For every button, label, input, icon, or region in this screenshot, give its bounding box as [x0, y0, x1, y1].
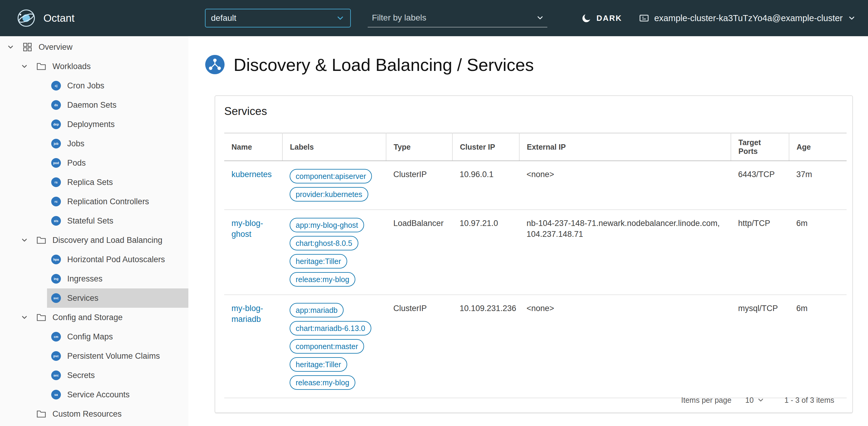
octant-logo-icon	[17, 9, 36, 27]
discovery-load-balancing-icon	[205, 54, 225, 75]
column-header-name: Name	[224, 133, 282, 161]
sidebar-item-deployments[interactable]: dep Deployments	[0, 115, 188, 134]
sidebar-item-secrets[interactable]: sec Secrets	[0, 366, 188, 385]
table-header-row: Name Labels Type Cluster IP External IP …	[224, 133, 846, 161]
sidebar-item-replica-sets[interactable]: rs Replica Sets	[0, 173, 188, 192]
sidebar-item-config-maps[interactable]: cm Config Maps	[0, 327, 188, 346]
sidebar-item-overview[interactable]: Overview	[0, 37, 188, 57]
type-cell: LoadBalancer	[386, 210, 453, 295]
namespace-value: default	[211, 13, 236, 23]
sidebar-section-label: Config and Storage	[53, 313, 123, 322]
sidebar-item-cron-jobs[interactable]: cj Cron Jobs	[0, 76, 188, 95]
sidebar-item-label: Overview	[38, 42, 73, 52]
chevron-down-icon[interactable]	[7, 43, 14, 51]
label-pill[interactable]: release:my-blog	[290, 272, 355, 287]
column-header-labels: Labels	[282, 133, 386, 161]
table-row: my-blog-mariadb app:mariadb chart:mariad…	[224, 295, 846, 398]
deployments-icon: dep	[51, 119, 61, 130]
folder-icon	[36, 409, 46, 419]
label-pill[interactable]: heritage:Tiller	[290, 357, 347, 372]
sidebar-item-label: Replication Controllers	[67, 197, 149, 206]
age-cell: 37m	[789, 161, 846, 210]
dark-mode-toggle[interactable]: DARK	[581, 0, 622, 36]
label-pill[interactable]: component:apiserver	[290, 169, 372, 183]
label-pill[interactable]: app:mariadb	[290, 303, 344, 317]
table-row: my-blog-ghost app:my-blog-ghost chart:gh…	[224, 210, 846, 295]
age-cell: 6m	[789, 210, 846, 295]
service-link[interactable]: kubernetes	[231, 170, 272, 179]
sidebar-item-replication-controllers[interactable]: rc Replication Controllers	[0, 192, 188, 211]
sidebar-section-workloads[interactable]: Workloads	[0, 57, 188, 76]
svg-text:pod: pod	[53, 162, 59, 165]
chevron-down-icon[interactable]	[536, 13, 544, 22]
label-pill[interactable]: heritage:Tiller	[290, 254, 347, 268]
card-title: Services	[224, 105, 852, 118]
cluster-icon	[639, 13, 650, 24]
label-pill[interactable]: app:my-blog-ghost	[290, 218, 364, 232]
cluster-ip-cell: 10.96.0.1	[453, 161, 519, 210]
app-title: Octant	[43, 12, 74, 24]
svg-text:svc: svc	[53, 296, 59, 300]
namespace-select[interactable]: default	[205, 9, 351, 27]
sidebar-section-discovery-load-balancing[interactable]: Discovery and Load Balancing	[0, 230, 188, 250]
type-cell: ClusterIP	[386, 295, 453, 398]
target-ports-cell: mysql/TCP	[731, 295, 789, 398]
page-header: Discovery & Load Balancing / Services	[205, 54, 534, 75]
top-bar: Octant default DARK example-cluster-ka3T…	[0, 0, 868, 36]
sidebar-item-ingresses[interactable]: ing Ingresses	[0, 269, 188, 288]
svg-text:ing: ing	[54, 277, 59, 281]
items-per-page-label: Items per page	[681, 396, 732, 404]
column-header-external-ip: External IP	[519, 133, 731, 161]
main-content: Discovery & Load Balancing / Services Se…	[188, 36, 868, 426]
sidebar-item-stateful-sets[interactable]: sts Stateful Sets	[0, 211, 188, 230]
ingresses-icon: ing	[51, 274, 61, 284]
label-pill[interactable]: chart:mariadb-6.13.0	[290, 321, 371, 336]
chevron-down-icon[interactable]	[21, 62, 28, 70]
svg-text:sts: sts	[54, 219, 59, 223]
page-title: Discovery & Load Balancing / Services	[234, 55, 534, 75]
chevron-down-icon[interactable]	[21, 236, 28, 244]
service-link[interactable]: my-blog-mariadb	[231, 304, 263, 324]
sidebar-item-label: Jobs	[67, 139, 84, 148]
items-per-page-select[interactable]: 10	[745, 396, 765, 404]
sidebar-item-service-accounts[interactable]: sa Service Accounts	[0, 385, 188, 404]
sidebar-item-label: Daemon Sets	[67, 101, 117, 110]
cluster-context-selector[interactable]: example-cluster-ka3TuTzYo4a@example-clus…	[639, 0, 856, 36]
sidebar-item-pods[interactable]: pod Pods	[0, 153, 188, 173]
sidebar: Overview Workloads cj Cron Jobs ds Daemo…	[0, 36, 188, 426]
overview-icon	[22, 42, 33, 52]
sidebar-section-config-and-storage[interactable]: Config and Storage	[0, 308, 188, 327]
folder-icon	[36, 235, 46, 245]
label-pill[interactable]: component:master	[290, 339, 364, 353]
chevron-down-icon	[757, 396, 765, 404]
sidebar-item-label: Secrets	[67, 371, 95, 380]
external-ip-cell: <none>	[519, 295, 731, 398]
service-link[interactable]: my-blog-ghost	[231, 219, 263, 239]
sidebar-item-jobs[interactable]: job Jobs	[0, 134, 188, 153]
chevron-down-icon[interactable]	[21, 313, 28, 321]
horizontal-pod-autoscalers-icon: hpa	[51, 254, 61, 264]
daemon-sets-icon: ds	[51, 100, 61, 110]
target-ports-cell: 6443/TCP	[731, 161, 789, 210]
sidebar-nav: Overview Workloads cj Cron Jobs ds Daemo…	[0, 36, 188, 424]
sidebar-item-services[interactable]: svc Services	[0, 288, 188, 308]
moon-icon	[581, 13, 592, 23]
sidebar-section-custom-resources[interactable]: Custom Resources	[0, 404, 188, 424]
svg-text:cj: cj	[55, 84, 58, 87]
column-header-target-ports: Target Ports	[731, 133, 789, 161]
sidebar-item-label: Replica Sets	[67, 178, 113, 187]
chevron-down-icon	[336, 13, 345, 23]
pagination-range: 1 - 3 of 3 items	[784, 396, 834, 404]
sidebar-item-persistent-volume-claims[interactable]: pvc Persistent Volume Claims	[0, 346, 188, 366]
target-ports-cell: http/TCP	[731, 210, 789, 295]
stateful-sets-icon: sts	[51, 216, 61, 226]
label-filter-input[interactable]	[372, 13, 536, 23]
external-ip-cell: nb-104-237-148-71.newark.nodebalancer.li…	[519, 210, 731, 295]
sidebar-item-daemon-sets[interactable]: ds Daemon Sets	[0, 95, 188, 115]
table-pagination: Items per page 10 1 - 3 of 3 items	[215, 388, 852, 413]
chevron-down-icon	[847, 14, 856, 22]
label-pill[interactable]: chart:ghost-8.0.5	[290, 236, 358, 250]
label-pill[interactable]: provider:kubernetes	[290, 187, 368, 202]
services-table-wrap: Name Labels Type Cluster IP External IP …	[224, 133, 845, 398]
sidebar-item-horizontal-pod-autoscalers[interactable]: hpa Horizontal Pod Autoscalers	[0, 250, 188, 269]
